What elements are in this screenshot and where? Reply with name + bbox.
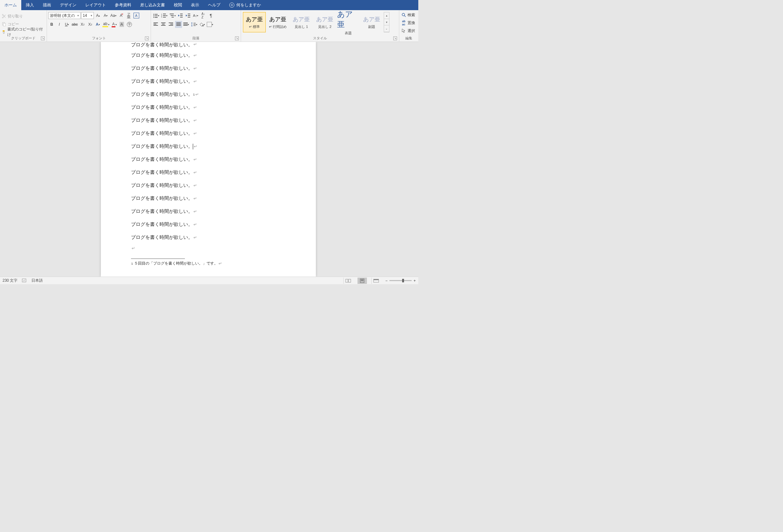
proofing-icon[interactable] (22, 279, 27, 283)
style-title[interactable]: あア亜表題 (337, 12, 359, 32)
change-case-button[interactable]: Aa▾ (110, 12, 117, 19)
style-gallery-scroll[interactable]: ▴▾⌄ (384, 12, 389, 32)
select-button[interactable]: 選択 (401, 27, 416, 34)
language-status[interactable]: 日本語 (31, 278, 43, 283)
align-justify-icon (176, 23, 181, 26)
show-marks-button[interactable]: ¶ (208, 12, 214, 19)
replace-button[interactable]: abac置換 (401, 19, 416, 26)
align-right-button[interactable] (167, 21, 175, 28)
svg-rect-18 (171, 17, 174, 18)
style-heading2[interactable]: あア亜見出し 2 (313, 12, 336, 32)
format-painter-button[interactable]: 書式のコピー/貼り付け (1, 29, 45, 35)
char-frame-button[interactable]: A (133, 12, 140, 19)
increase-indent-button[interactable] (185, 12, 192, 19)
find-button[interactable]: 検索 (401, 11, 416, 19)
text-effects-button[interactable]: A▾ (94, 21, 101, 28)
clipboard-group-label: クリップボード↘ (1, 36, 45, 41)
borders-button[interactable]: ▾ (206, 21, 214, 28)
tab-references[interactable]: 参考資料 (111, 0, 136, 10)
font-color-button[interactable]: A▾ (111, 21, 118, 28)
style-heading1[interactable]: あア亜見出し 1 (290, 12, 313, 32)
tab-view[interactable]: 表示 (186, 0, 203, 10)
svg-rect-46 (346, 279, 348, 282)
text-direction-button[interactable]: A↕▾ (192, 12, 199, 19)
tab-review[interactable]: 校閲 (169, 0, 186, 10)
align-center-button[interactable] (160, 21, 167, 28)
tab-design[interactable]: デザイン (56, 0, 81, 10)
tab-insert[interactable]: 挿入 (21, 0, 38, 10)
style-normal[interactable]: あア亜↵ 標準 (243, 12, 266, 32)
tab-help[interactable]: ヘルプ (203, 0, 225, 10)
svg-rect-11 (163, 13, 166, 14)
font-launcher[interactable]: ↘ (145, 36, 149, 40)
svg-rect-22 (188, 13, 190, 14)
paragraph-launcher[interactable]: ↘ (235, 36, 239, 40)
svg-rect-20 (180, 15, 183, 16)
svg-rect-47 (348, 279, 351, 282)
word-count[interactable]: 230 文字 (3, 278, 18, 283)
strike-button[interactable]: abc (71, 21, 78, 28)
numbering-button[interactable]: 123▾ (160, 12, 168, 19)
text-line: ブログを書く時間が欲しい。↵ (131, 231, 297, 244)
group-styles: あア亜↵ 標準 あア亜↵ 行間詰め あア亜見出し 1 あア亜見出し 2 あア亜表… (241, 10, 399, 41)
svg-rect-24 (188, 17, 190, 18)
clipboard-launcher[interactable]: ↘ (41, 36, 45, 40)
group-editing: 検索 abac置換 選択 編集 (399, 10, 418, 41)
text-line: ブログを書く時間が欲しい。↵ (131, 127, 297, 140)
phonetic-button[interactable]: ア亜 (125, 12, 132, 19)
clear-format-button[interactable]: A✕ (118, 12, 125, 19)
char-shading-button[interactable]: A (118, 21, 125, 28)
view-print-button[interactable] (357, 278, 367, 284)
distribute-button[interactable]: ▾ (183, 21, 190, 28)
empty-line: ↵ (131, 244, 297, 252)
bold-button[interactable]: B (48, 21, 55, 28)
align-left-icon (154, 23, 158, 26)
styles-launcher[interactable]: ↘ (393, 36, 397, 40)
shrink-font-button[interactable]: A▾ (102, 12, 109, 19)
align-justify-button[interactable] (175, 21, 182, 28)
align-right-icon (169, 23, 173, 26)
font-name-combo[interactable]: 游明朝 (本文の▾ (48, 12, 81, 19)
style-nospacing[interactable]: あア亜↵ 行間詰め (267, 12, 289, 32)
zoom-in-button[interactable]: + (413, 279, 416, 283)
decrease-indent-button[interactable] (177, 12, 184, 19)
svg-rect-36 (176, 25, 181, 26)
sort-button[interactable]: A↓Z (200, 12, 207, 19)
paragraph-group-label: 段落↘ (152, 36, 240, 41)
underline-button[interactable]: U▾ (63, 21, 70, 28)
subscript-button[interactable]: X2 (79, 21, 86, 28)
grow-font-button[interactable]: A▴ (94, 12, 101, 19)
tab-layout[interactable]: レイアウト (81, 0, 111, 10)
line-spacing-button[interactable]: ▾ (190, 21, 198, 28)
tell-me[interactable]: 何をしますか (225, 0, 265, 10)
zoom-slider[interactable] (389, 280, 412, 281)
font-size-combo[interactable]: 14▾ (81, 12, 94, 19)
bullets-button[interactable]: ▾ (152, 12, 160, 19)
indent-icon (186, 13, 191, 18)
document-content[interactable]: ブログを書く時間が欲しい。↵ブログを書く時間が欲しい。↵ブログを書く時間が欲しい… (131, 42, 297, 266)
svg-rect-40 (193, 23, 196, 24)
cut-button[interactable]: 切り取り (1, 13, 45, 20)
ribbon-tabs: ホーム 挿入 描画 デザイン レイアウト 参考資料 差し込み文書 校閲 表示 ヘ… (0, 0, 418, 10)
border-icon (207, 22, 212, 27)
zoom-control[interactable]: − + (385, 279, 416, 283)
svg-rect-42 (193, 25, 196, 26)
tab-draw[interactable]: 描画 (38, 0, 56, 10)
tab-mailings[interactable]: 差し込み文書 (136, 0, 169, 10)
tab-home[interactable]: ホーム (0, 0, 21, 10)
view-read-button[interactable] (343, 278, 353, 284)
highlight-button[interactable]: ab▾ (102, 21, 110, 28)
document-area[interactable]: ブログを書く時間が欲しい。↵ブログを書く時間が欲しい。↵ブログを書く時間が欲しい… (0, 42, 418, 277)
shading-button[interactable]: ▾ (198, 21, 206, 28)
italic-button[interactable]: I (56, 21, 63, 28)
multilevel-button[interactable]: ▾ (169, 12, 176, 19)
zoom-out-button[interactable]: − (385, 279, 387, 283)
align-left-button[interactable] (152, 21, 159, 28)
svg-rect-51 (361, 281, 364, 281)
view-web-button[interactable] (371, 278, 381, 284)
style-subtitle[interactable]: あア亜副題 (360, 12, 383, 32)
styles-group-label: スタイル↘ (242, 36, 398, 41)
superscript-button[interactable]: X2 (87, 21, 94, 28)
svg-point-44 (402, 13, 405, 16)
enclose-char-button[interactable]: 字 (126, 21, 133, 28)
